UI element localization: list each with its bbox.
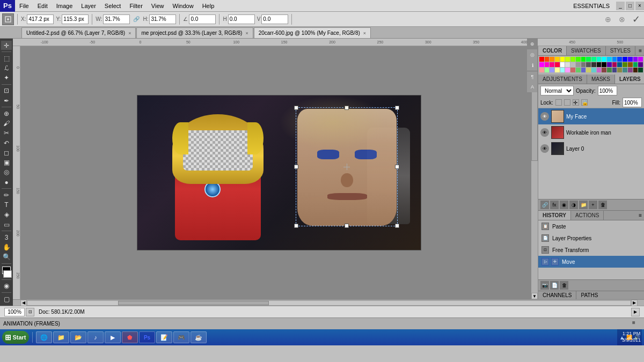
color-swatch[interactable] <box>576 57 581 62</box>
color-swatch[interactable] <box>550 62 554 67</box>
vskew-input[interactable] <box>261 14 288 24</box>
minimize-button[interactable]: _ <box>616 2 625 10</box>
w-input[interactable] <box>103 14 130 24</box>
crop-tool[interactable]: ⊡ <box>1 86 12 95</box>
history-brush[interactable]: ↶ <box>1 138 12 147</box>
eraser-tool[interactable]: ◻ <box>1 148 12 157</box>
color-swatch[interactable] <box>591 57 596 62</box>
color-swatch[interactable] <box>597 57 602 62</box>
color-swatch[interactable] <box>570 57 575 62</box>
tab-adjustments[interactable]: ADJUSTMENTS <box>538 75 587 84</box>
tab-20carr[interactable]: 20carr-600.jpg @ 100% (My Face, RGB/8) × <box>254 27 371 38</box>
color-swatch[interactable] <box>633 68 638 72</box>
menu-select[interactable]: Select <box>100 2 126 10</box>
color-swatch[interactable] <box>581 68 586 72</box>
layer-item-myface[interactable]: 👁 My Face <box>538 108 644 124</box>
color-swatch[interactable] <box>597 62 602 67</box>
layer-link-icon[interactable]: 🔗 <box>540 201 549 209</box>
color-swatch[interactable] <box>633 62 638 67</box>
warp-icon[interactable]: ⊕ <box>602 13 614 25</box>
color-swatch[interactable] <box>555 62 560 67</box>
taskbar-media[interactable]: ♪ <box>87 331 104 343</box>
color-swatch[interactable] <box>545 57 550 62</box>
zoom-tool[interactable]: 🔍 <box>1 253 12 262</box>
color-swatch[interactable] <box>617 62 622 67</box>
color-swatch[interactable] <box>545 62 550 67</box>
color-swatch[interactable] <box>623 62 627 67</box>
color-swatch[interactable] <box>607 57 612 62</box>
taskbar-video[interactable]: ▶ <box>105 331 121 343</box>
canvas-area[interactable]: ▲ ▼ <box>20 46 538 299</box>
transform-options-icon[interactable] <box>2 13 14 25</box>
menu-filter[interactable]: Filter <box>125 2 147 10</box>
taskbar-explorer[interactable]: 📁 <box>53 331 69 343</box>
scroll-right-button[interactable]: ▶ <box>631 300 638 306</box>
layer-folder-icon[interactable]: 📁 <box>579 201 588 209</box>
color-swatch[interactable] <box>628 57 633 62</box>
lock-image-icon[interactable] <box>564 99 570 106</box>
color-swatch[interactable] <box>565 68 570 72</box>
color-swatch[interactable] <box>617 57 622 62</box>
color-swatch[interactable] <box>586 68 591 72</box>
taskbar-ie[interactable]: 🌐 <box>36 331 52 343</box>
taskbar-game[interactable]: 🎮 <box>173 331 189 343</box>
dodge-tool[interactable]: ● <box>1 178 12 187</box>
status-arrow-button[interactable]: ▶ <box>631 308 640 316</box>
color-swatch[interactable] <box>539 62 544 67</box>
h-scroll-thumb[interactable] <box>118 301 269 305</box>
blend-mode-select[interactable]: Normal Multiply Screen <box>540 86 574 95</box>
cancel-transform-icon[interactable]: ⊗ <box>616 13 628 25</box>
color-swatch[interactable] <box>586 62 591 67</box>
history-item-paste[interactable]: 📋 Paste <box>538 220 644 232</box>
color-swatch[interactable] <box>607 68 612 72</box>
color-swatch[interactable] <box>602 57 606 62</box>
color-swatch[interactable] <box>560 68 565 72</box>
marquee-tool[interactable]: ⬚ <box>1 54 12 63</box>
color-swatch[interactable] <box>602 62 606 67</box>
menu-file[interactable]: File <box>15 2 33 10</box>
color-swatch[interactable] <box>623 68 627 72</box>
brush-tool[interactable]: 🖌 <box>1 119 12 128</box>
taskbar-java[interactable]: ☕ <box>191 331 207 343</box>
layer-visibility-ironman[interactable]: 👁 <box>540 128 549 137</box>
clone-tool[interactable]: ✂ <box>1 129 12 138</box>
color-swatch[interactable] <box>565 57 570 62</box>
pen-tool[interactable]: ✏ <box>1 190 12 200</box>
tab-meproject[interactable]: me project.psd @ 33.3% (Layer 3, RGB/8) … <box>136 27 253 38</box>
color-swatch[interactable] <box>576 68 581 72</box>
color-swatch[interactable] <box>612 57 617 62</box>
move-tool[interactable]: ✛ <box>1 41 12 50</box>
history-item-freetransform[interactable]: ⊡ Free Transform <box>538 244 644 256</box>
color-swatch[interactable] <box>612 62 617 67</box>
horizontal-scrollbar[interactable]: ◀ ▶ <box>20 300 638 306</box>
color-swatch[interactable] <box>628 68 633 72</box>
shape-tool[interactable]: ▭ <box>1 220 12 229</box>
fill-input[interactable] <box>623 98 642 107</box>
channels-tab[interactable]: CHANNELS <box>538 291 576 299</box>
tab-styles[interactable]: STYLES <box>606 46 635 55</box>
h-input[interactable] <box>149 14 176 24</box>
color-swatch[interactable] <box>581 57 586 62</box>
lock-position-icon[interactable]: ✛ <box>573 99 579 106</box>
color-swatch[interactable] <box>602 68 606 72</box>
quick-mask-mode[interactable]: ◉ <box>1 282 12 291</box>
color-swatch[interactable] <box>576 62 581 67</box>
taskbar-notepad[interactable]: 📝 <box>156 331 172 343</box>
history-item-move[interactable]: ▷ ✛ Move <box>538 256 644 268</box>
color-swatch[interactable] <box>623 57 627 62</box>
color-swatch[interactable] <box>550 57 554 62</box>
layer-visibility-myface[interactable]: 👁 <box>540 112 549 121</box>
link-dimensions-icon[interactable]: 🔗 <box>132 16 141 22</box>
new-layer-icon[interactable]: + <box>589 201 597 209</box>
zoom-fit-button[interactable]: ⊡ <box>26 308 34 316</box>
color-swatch[interactable] <box>545 68 550 72</box>
lock-all-icon[interactable]: 🔒 <box>581 99 588 106</box>
start-button[interactable]: ⊞ Start <box>2 331 29 344</box>
layer-visibility-layer0[interactable]: 👁 <box>540 144 549 153</box>
tab-swatches[interactable]: SWATCHES <box>567 46 606 55</box>
clock-display[interactable]: 1:21 PM3/9/2011 <box>622 331 641 343</box>
color-swatch[interactable] <box>539 57 544 62</box>
menu-layer[interactable]: Layer <box>77 2 100 10</box>
history-panel-menu[interactable]: ≡ <box>636 211 644 220</box>
color-swatch[interactable] <box>597 68 602 72</box>
